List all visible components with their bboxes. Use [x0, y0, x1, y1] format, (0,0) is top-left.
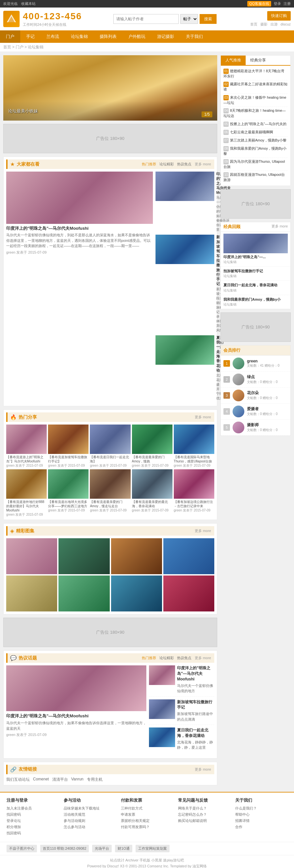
footer-link[interactable]: 购买论坛邮箱说明 — [178, 818, 230, 823]
hot-news-item[interactable]: 08我和我最亲爱的门Amoy，慢跑By小黎 — [223, 145, 288, 158]
footer-link[interactable]: 活动相关规范 — [64, 812, 116, 817]
nav-item-outdoor[interactable]: 户外酷玩 — [123, 30, 151, 43]
hot-news-item[interactable]: 02藏露社开幕之二好读来喜富的精彩知谁 — [223, 81, 288, 93]
photo-item[interactable]: 【番有流道最亲爱的最北海，香奈花满动 green 发表于 2015-07-09 — [132, 469, 172, 517]
photo-item[interactable]: 【番布流道游上的"明珠之岛"】马尔代夫Moofushi green 发表于 20… — [6, 425, 47, 468]
footer-link[interactable]: 付款可用发票吗？ — [121, 825, 173, 830]
footer-link[interactable]: 找回密码 — [6, 812, 59, 817]
hot-news-item[interactable]: 048天7晚积极和之旅！healing time—坛坛达 — [223, 107, 288, 120]
member-item: 1 green 文帖数：41 赠给分：0 — [221, 355, 290, 372]
gallery-item[interactable] — [6, 538, 57, 574]
everyone-more[interactable]: 更多 more — [195, 162, 211, 167]
friend-link[interactable]: Comenet — [33, 777, 49, 782]
header-links: 首页 摄影 出游 discuz — [248, 22, 291, 27]
gallery-more[interactable]: 更多 more — [195, 528, 211, 533]
hot-news-item[interactable]: 03来次心灵之旅！修炼中 healing time—坛坛 — [223, 94, 288, 107]
hot-share-more[interactable]: 更多 more — [195, 415, 211, 420]
favorite-link[interactable]: 收藏本站 — [21, 2, 36, 5]
photo-item[interactable]: 【番布流道加坡驾车拉撒旅行手记】 green 发表于 2015-07-09 — [48, 425, 89, 468]
tab-hot-focus[interactable]: 热议焦点 — [177, 162, 191, 167]
gallery-item[interactable] — [6, 576, 57, 612]
footer-info2: Powered by Discuz! X3 © 2001-2013 Comsen… — [6, 864, 288, 868]
welcome-link[interactable]: 欢迎光临 — [3, 2, 18, 5]
classic-more[interactable]: 更多 more — [271, 224, 288, 230]
photo-item[interactable]: 【番布流道最亲爱的门Amoy，慢跑 green 发表于 2015-07-09 — [132, 425, 172, 468]
breadcrumb-portal[interactable]: 门户 — [16, 45, 24, 49]
footer-link[interactable]: 怎么参与活动 — [64, 825, 116, 830]
photo-item[interactable]: 【番有流道出地球大光境多分享——梦幻桂西三这地方 green 发表于 2015-… — [48, 469, 89, 517]
footer-link[interactable]: 积分增加 — [6, 825, 59, 830]
nav-item-travel[interactable]: 游记摄影 — [151, 30, 180, 43]
register-link[interactable]: 注册 — [284, 1, 291, 6]
discuss-main: 印度洋上的"明珠之岛"—马尔代夫Moofushi 马尔代夫一个蓝郁郁仿佛仙境的地… — [6, 665, 146, 755]
nav-item-forum[interactable]: 论坛集锦 — [65, 30, 94, 43]
gallery-item[interactable] — [59, 576, 109, 612]
footer-link[interactable]: 什么是我们？ — [235, 806, 288, 811]
footer-link[interactable]: 票据积分相关规定 — [121, 818, 173, 823]
footer-link[interactable]: 忘记密码怎么办？ — [178, 812, 230, 817]
gallery-item[interactable] — [59, 538, 109, 574]
hot-news-item[interactable]: 09因为马尔代亚漫游Thurso, Ullapool台旅 — [223, 158, 288, 171]
footer-link[interactable]: 品味穿越未失下载地址 — [64, 806, 116, 811]
header-link-discuz[interactable]: discuz — [281, 22, 291, 26]
search-scope[interactable]: 帖子 用户 — [180, 14, 198, 24]
gallery-item[interactable] — [111, 576, 162, 612]
login-link[interactable]: 登录 — [274, 1, 281, 6]
friend-link[interactable]: 我们互动论坛 — [6, 777, 30, 782]
slider[interactable]: 论坛最美小铁妹 1/5 — [3, 55, 217, 121]
qq-service-btn[interactable]: QQ客服在线 — [247, 1, 271, 6]
footer-link[interactable]: 加入未注册会员 — [6, 806, 59, 811]
tab-hot-focus2[interactable]: 热议焦点 — [177, 656, 191, 660]
hot-news-tab-popular[interactable]: 人气推推 — [221, 56, 246, 65]
tab-hot-rec2[interactable]: 热门推荐 — [142, 656, 156, 660]
footer-link[interactable]: 网络关于是什么？ — [178, 806, 230, 811]
breadcrumb-home[interactable]: 首页 — [3, 45, 11, 49]
tab-hot-rec[interactable]: 热门推荐 — [142, 162, 156, 167]
friend-link[interactable]: Vanrun — [71, 777, 84, 782]
friend-link[interactable]: 清清平台 — [52, 777, 68, 782]
discuss-item-desc: 马尔代夫一个蓝郁仿佛仙境的地方 — [177, 683, 214, 694]
search-button[interactable]: 搜索 — [200, 14, 217, 24]
gallery-item[interactable] — [163, 538, 214, 574]
header-link-home[interactable]: 首页 — [250, 22, 257, 26]
photo-item[interactable]: 【番布流道日我们一起走北海】 green 发表于 2015-07-09 — [90, 425, 130, 468]
footer-link[interactable]: 登录论坛 — [6, 818, 59, 823]
friend-links-more[interactable]: 更多 more — [195, 767, 211, 772]
gallery-item[interactable] — [163, 576, 214, 612]
hot-news-tab-classic[interactable]: 经典分享 — [246, 56, 270, 65]
gallery-thumb — [59, 538, 109, 574]
footer-link[interactable]: 三种付款方式 — [121, 806, 173, 811]
footer-link[interactable]: 参与活动规则 — [64, 818, 116, 823]
hot-discuss-more[interactable]: 更多 more — [195, 656, 211, 660]
footer-link[interactable]: 招募详情 — [235, 818, 288, 823]
photo-item[interactable]: 【番有加坡边境公路旅行注－古巴旅行记录中来 green 发表于 2015-07-… — [174, 469, 214, 517]
hot-news-item[interactable]: 06七彩云南之最最美丽哦啊啊 — [223, 128, 288, 136]
header-link-trip[interactable]: 出游 — [270, 22, 277, 26]
nav-item-about[interactable]: 关于我们 — [180, 30, 209, 43]
hot-news-item[interactable]: 10因就百格亚漫游Thurso, Ullapool台旅游 — [223, 171, 288, 184]
tab-forum-best[interactable]: 论坛精彩 — [159, 162, 174, 167]
search-input[interactable] — [113, 14, 179, 24]
footer-link[interactable]: 申请发票 — [121, 812, 173, 817]
friend-link[interactable]: 专用主机 — [87, 777, 103, 782]
footer-link[interactable]: 找回密码 — [6, 831, 59, 836]
hot-news-item[interactable]: 07第三次踏上美丽Amoy，慢跑By小黎 — [223, 136, 288, 145]
hot-news-item[interactable]: 05投擦上上的"明珠之岛"—马尔代夫的 — [223, 120, 288, 128]
nav-item-portal[interactable]: 门户 — [0, 30, 20, 43]
tab-forum-best2[interactable]: 论坛精彩 — [159, 656, 174, 660]
header-link-photo[interactable]: 摄影 — [260, 22, 267, 26]
gallery-item[interactable] — [111, 538, 162, 574]
footer-link[interactable]: 合作 — [235, 825, 288, 830]
hot-news-item[interactable]: 01翅翅精彩差达大平洋！8天7晚台湾环东行 — [223, 67, 288, 81]
photo-item[interactable]: 【番有流道游外地行好888的最好最好】马尔代夫Moofushi green 发表… — [6, 469, 47, 517]
photo-item[interactable]: 【番有流道最亲爱的门Amoy，慢走坛走台 green 发表于 2015-07-0… — [90, 469, 130, 517]
nav-item-gallery[interactable]: 摄阵列表 — [94, 30, 123, 43]
nav-item-lanbu[interactable]: 兰布流 — [40, 30, 65, 43]
member-rank: 5 — [223, 424, 230, 431]
photo-item[interactable]: 【番布流道国际马来型地Thurso，感里Ullapool台旅 green 发表于… — [174, 425, 214, 468]
classic-header: 经典回顾 更多 more — [221, 222, 290, 232]
member-rank: 3 — [223, 392, 230, 399]
quick-order-btn[interactable]: 快速订购 — [267, 11, 291, 21]
nav-item-notes[interactable]: 手记 — [20, 30, 40, 43]
footer-link[interactable]: 帮助中心 — [235, 812, 288, 817]
